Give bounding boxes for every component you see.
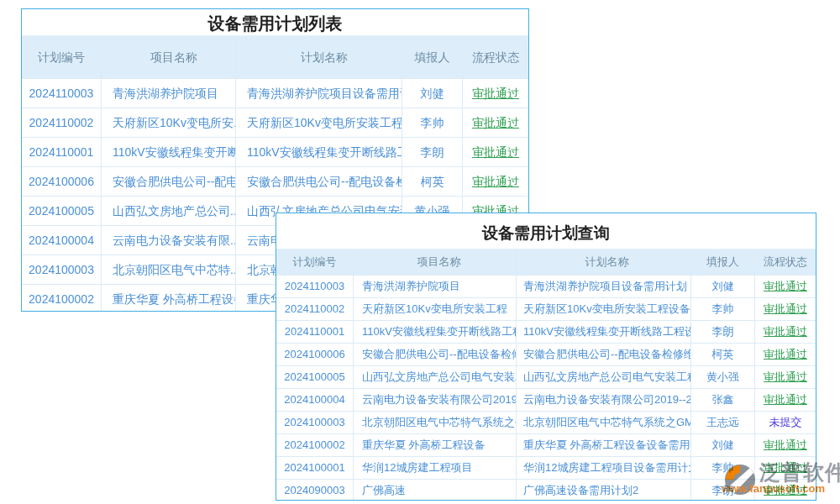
project-name-cell: 110kV安徽线程集变开断... [102,138,236,166]
plan-name-cell: 华润12城房建工程项目设备需用计划2 [517,457,691,479]
status-cell: 审批通过 [755,298,816,320]
table-row[interactable]: 2024100006 安徽合肥供电公司--配电... 安徽合肥供电公司--配电设… [22,166,528,196]
reporter-cell: 李朗 [402,138,463,166]
status-link[interactable]: 审批通过 [764,438,807,451]
plan-id-cell[interactable]: 2024110001 [276,321,354,343]
reporter-cell: 柯英 [691,344,755,365]
status-link[interactable]: 审批通过 [764,280,807,292]
plan-id-cell[interactable]: 2024100001 [276,457,354,479]
reporter-cell: 刘健 [691,276,755,297]
table-row[interactable]: 2024110003 青海洪湖养护院项目 青海洪湖养护院项目设备需用计划 刘健 … [276,275,816,297]
status-link[interactable]: 审批通过 [764,370,807,383]
plan-name-cell: 山西弘文房地产总公司电气安装工程设备需 [517,366,691,388]
reporter-cell: 刘健 [691,434,755,456]
status-link[interactable]: 审批通过 [764,484,807,496]
table-row[interactable]: 2024100002 重庆华夏 外高桥工程设备 重庆华夏 外高桥工程设备设备需用… [276,433,816,456]
status-link[interactable]: 审批通过 [764,393,807,406]
status-cell: 审批通过 [755,366,816,388]
status-link[interactable]: 审批通过 [472,116,519,129]
reporter-cell: 刘健 [402,79,463,108]
plan-id-cell[interactable]: 2024100004 [22,226,102,255]
column-header-project-name: 项目名称 [102,36,236,78]
column-header-reporter: 填报人 [691,249,755,275]
status-link[interactable]: 审批通过 [472,145,519,159]
table-row[interactable]: 2024110001 110kV安徽线程集变开断线路工程 110kV安徽线程集变… [276,320,816,343]
plan-name-cell: 重庆华夏 外高桥工程设备设备需用计划 [517,434,691,456]
column-header-plan-id: 计划编号 [22,36,102,78]
plan-name-cell: 安徽合肥供电公司--配电设备检修维护设备 [517,344,691,365]
plan-id-cell[interactable]: 2024100002 [276,434,354,456]
project-name-cell: 安徽合肥供电公司--配电设备检修维护 [354,344,517,365]
status-cell: 审批通过 [463,138,528,166]
plan-id-cell[interactable]: 2024100004 [276,389,354,411]
project-name-cell: 青海洪湖养护院项目 [102,79,236,108]
plan-id-cell[interactable]: 2024100002 [22,285,102,312]
status-link[interactable]: 审批通过 [764,325,807,338]
plan-id-cell[interactable]: 2024090003 [276,480,354,501]
plan-name-cell: 110kV安徽线程集变开断线路工程设备需用 [517,321,691,343]
plan-id-cell[interactable]: 2024110003 [276,276,354,297]
reporter-cell: 李帅 [402,108,463,137]
table-row[interactable]: 2024110002 天府新区10Kv变电所安... 天府新区10Kv变电所安装… [22,108,528,137]
column-header-plan-name: 计划名称 [517,249,691,275]
plan-name-cell: 北京朝阳区电气中芯特气系统之GMS设备 [517,412,691,433]
plan-name-cell: 110kV安徽线程集变开断线路工... [236,138,402,166]
plan-id-cell[interactable]: 2024110002 [22,108,102,137]
project-name-cell: 云南电力设备安装有限... [102,226,236,255]
status-link[interactable]: 审批通过 [764,348,807,360]
plan-id-cell[interactable]: 2024100003 [22,255,102,284]
project-name-cell: 重庆华夏 外高桥工程设备 [102,285,236,312]
table-row[interactable]: 2024110003 青海洪湖养护院项目 青海洪湖养护院项目设备需用计划 刘健 … [22,78,528,108]
project-name-cell: 110kV安徽线程集变开断线路工程 [354,321,517,343]
status-cell: 审批通过 [463,79,528,108]
reporter-cell: 李朗 [691,480,755,501]
plan-id-cell[interactable]: 2024100006 [276,344,354,365]
status-cell: 审批通过 [755,344,816,365]
plan-name-cell: 安徽合肥供电公司--配电设备检... [236,167,402,196]
plan-id-cell[interactable]: 2024100006 [22,167,102,196]
table-row[interactable]: 2024100004 云南电力设备安装有限公司2019--202 云南电力设备安… [276,388,816,411]
status-cell: 审批通过 [755,389,816,411]
plan-id-cell[interactable]: 2024110003 [22,79,102,108]
status-cell: 未提交 [755,412,816,433]
status-link[interactable]: 未提交 [769,416,802,428]
column-header-plan-name: 计划名称 [236,36,402,78]
project-name-cell: 云南电力设备安装有限公司2019--202 [354,389,517,411]
plan-name-cell: 青海洪湖养护院项目设备需用计划 [236,79,402,108]
plan-id-cell[interactable]: 2024110001 [22,138,102,166]
plan-name-cell: 青海洪湖养护院项目设备需用计划 [517,276,691,297]
table-row[interactable]: 2024110002 天府新区10Kv变电所安装工程 天府新区10Kv变电所安装… [276,297,816,320]
table-row[interactable]: 2024110001 110kV安徽线程集变开断... 110kV安徽线程集变开… [22,137,528,166]
project-name-cell: 广佛高速 [354,480,517,501]
plan-id-cell[interactable]: 2024100003 [276,412,354,433]
reporter-cell: 王志远 [691,412,755,433]
plan-name-cell: 天府新区10Kv变电所安装工程设备需用计划 [517,298,691,320]
status-link[interactable]: 审批通过 [764,302,807,315]
project-name-cell: 北京朝阳区电气中芯特气系统之GMS [354,412,517,433]
project-name-cell: 安徽合肥供电公司--配电... [102,167,236,196]
project-name-cell: 天府新区10Kv变电所安... [102,108,236,137]
status-cell: 审批通过 [755,457,816,479]
reporter-cell: 李朗 [691,321,755,343]
reporter-cell: 黄小强 [691,366,755,388]
plan-name-cell: 天府新区10Kv变电所安装工程... [236,108,402,137]
status-link[interactable]: 审批通过 [472,87,519,100]
plan-id-cell[interactable]: 2024100005 [276,366,354,388]
plan-id-cell[interactable]: 2024110002 [276,298,354,320]
plan-name-cell: 广佛高速设备需用计划2 [517,480,691,501]
table-row[interactable]: 2024100001 华润12城房建工程项目 华润12城房建工程项目设备需用计划… [276,456,816,479]
reporter-cell: 李帅 [691,457,755,479]
project-name-cell: 山西弘文房地产总公司... [102,197,236,225]
plan-id-cell[interactable]: 2024100005 [22,197,102,225]
column-header-status: 流程状态 [755,249,816,275]
status-cell: 审批通过 [755,276,816,297]
table-row[interactable]: 2024100006 安徽合肥供电公司--配电设备检修维护 安徽合肥供电公司--… [276,343,816,365]
table-row[interactable]: 2024100003 北京朝阳区电气中芯特气系统之GMS 北京朝阳区电气中芯特气… [276,411,816,433]
table-row[interactable]: 2024100005 山西弘文房地产总公司电气安装工程 山西弘文房地产总公司电气… [276,365,816,388]
project-name-cell: 华润12城房建工程项目 [354,457,517,479]
project-name-cell: 天府新区10Kv变电所安装工程 [354,298,517,320]
status-link[interactable]: 审批通过 [472,175,519,188]
status-link[interactable]: 审批通过 [764,461,807,474]
table-row[interactable]: 2024090003 广佛高速 广佛高速设备需用计划2 李朗 审批通过 [276,479,816,501]
column-header-status: 流程状态 [463,36,528,78]
